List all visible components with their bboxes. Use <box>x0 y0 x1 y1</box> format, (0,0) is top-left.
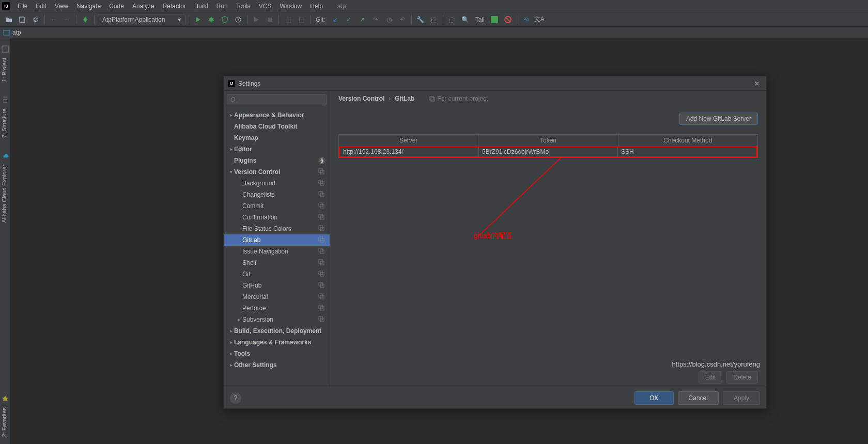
tree-node-background[interactable]: Background <box>224 178 330 189</box>
tree-node-alibaba-cloud-toolkit[interactable]: Alibaba Cloud Toolkit <box>224 121 330 132</box>
tool-icon[interactable]: ⟲ <box>520 14 532 25</box>
tab-alibaba-cloud[interactable]: Alibaba Cloud Explorer <box>0 162 8 226</box>
screenshot-icon[interactable]: ⬚ <box>446 14 458 25</box>
menu-refactor[interactable]: Refactor <box>159 3 190 10</box>
search-input[interactable] <box>230 96 323 103</box>
wrench-icon[interactable]: 🔧 <box>415 14 426 25</box>
menu-window[interactable]: Window <box>275 3 306 10</box>
search-icon[interactable]: 🔍 <box>460 14 471 25</box>
tree-node-changelists[interactable]: Changelists <box>224 189 330 200</box>
tab-favorites[interactable]: 2: Favorites <box>0 404 8 440</box>
tree-node-editor[interactable]: ▸Editor <box>224 144 330 155</box>
run-config-selector[interactable]: AtpPlatformApplication ▾ <box>98 14 185 25</box>
menu-build[interactable]: Build <box>190 3 212 10</box>
tree-node-git[interactable]: Git <box>224 268 330 280</box>
ok-button[interactable]: OK <box>634 391 673 405</box>
run-icon[interactable] <box>192 14 204 25</box>
separator <box>411 15 412 24</box>
menu-analyze[interactable]: Analyze <box>128 3 159 10</box>
open-icon[interactable] <box>3 14 14 25</box>
tool-icon[interactable]: ⬚ <box>282 14 293 25</box>
menu-view[interactable]: View <box>51 3 72 10</box>
dialog-footer: ? OK Cancel Apply <box>224 387 766 408</box>
tree-node-version-control[interactable]: ▾Version Control <box>224 166 330 178</box>
tree-node-tools[interactable]: ▸Tools <box>224 348 330 359</box>
nav-root[interactable]: atp <box>12 29 21 36</box>
menu-tools[interactable]: Tools <box>232 3 255 10</box>
forward-icon[interactable]: → <box>61 14 73 25</box>
tree-node-gitlab[interactable]: GitLab <box>224 234 330 246</box>
tree-node-other-settings[interactable]: ▸Other Settings <box>224 359 330 371</box>
tree-node-commit[interactable]: Commit <box>224 200 330 212</box>
tree-node-subversion[interactable]: ▸Subversion <box>224 314 330 325</box>
cloud-icon <box>2 152 9 160</box>
cell-checkout: SSH <box>618 147 756 156</box>
separator <box>517 15 517 24</box>
tree-label: Shelf <box>242 259 318 266</box>
tree-label: File Status Colors <box>242 225 318 232</box>
vcs-push-icon[interactable]: ↗ <box>357 14 368 25</box>
settings-search[interactable] <box>227 94 327 105</box>
structure-icon[interactable]: ⬚ <box>428 14 440 25</box>
separator <box>76 15 76 24</box>
tab-project[interactable]: 1: Project <box>0 55 8 85</box>
debug-icon[interactable] <box>206 14 217 25</box>
chevron-right-icon: ▸ <box>228 351 234 356</box>
stop-icon[interactable] <box>264 14 275 25</box>
menu-help[interactable]: Help <box>306 3 327 10</box>
tree-node-github[interactable]: GitHub <box>224 280 330 291</box>
dialog-titlebar: IJ Settings ✕ <box>224 76 766 91</box>
tree-node-mercurial[interactable]: Mercurial <box>224 291 330 303</box>
tree-label: Commit <box>242 202 318 210</box>
tree-node-confirmation[interactable]: Confirmation <box>224 212 330 223</box>
chevron-right-icon: › <box>389 95 391 102</box>
close-icon[interactable]: ✕ <box>752 78 762 89</box>
vcs-revert-icon[interactable]: ↶ <box>397 14 408 25</box>
settings-tree-panel: ▸Appearance & BehaviorAlibaba Cloud Tool… <box>224 91 330 387</box>
delete-button[interactable]: Delete <box>726 371 758 384</box>
menu-file[interactable]: File <box>13 3 32 10</box>
tree-node-plugins[interactable]: Plugins6 <box>224 155 330 166</box>
tree-node-issue-navigation[interactable]: Issue Navigation <box>224 246 330 257</box>
menu-vcs[interactable]: VCS <box>255 3 276 10</box>
structure-icon <box>2 96 9 103</box>
translate-icon[interactable]: 文A <box>534 14 545 25</box>
apply-button[interactable]: Apply <box>723 391 760 405</box>
project-scope-icon <box>318 316 326 323</box>
add-server-button[interactable]: Add New GitLab Server <box>679 113 758 125</box>
tool-icon[interactable]: ⬚ <box>296 14 307 25</box>
vcs-history-icon[interactable]: ↷ <box>370 14 381 25</box>
tree-node-file-status-colors[interactable]: File Status Colors <box>224 223 330 234</box>
tree-node-appearance-behavior[interactable]: ▸Appearance & Behavior <box>224 109 330 121</box>
cancel-button[interactable]: Cancel <box>678 391 719 405</box>
profile-icon[interactable] <box>233 14 244 25</box>
vcs-update-icon[interactable]: ↙ <box>330 14 341 25</box>
tree-node-shelf[interactable]: Shelf <box>224 257 330 268</box>
back-icon[interactable]: ← <box>48 14 59 25</box>
watermark: https://blog.csdn.net/yprufeng <box>672 360 760 368</box>
settings-tree[interactable]: ▸Appearance & BehaviorAlibaba Cloud Tool… <box>224 108 330 387</box>
tree-node-languages-frameworks[interactable]: ▸Languages & Frameworks <box>224 337 330 348</box>
settings-dialog: IJ Settings ✕ ▸Appearance & BehaviorAlib… <box>223 76 767 409</box>
menu-edit[interactable]: Edit <box>32 3 51 10</box>
tree-node-keymap[interactable]: Keymap <box>224 132 330 144</box>
vcs-clock-icon[interactable]: ◷ <box>383 14 395 25</box>
tree-node-perforce[interactable]: Perforce <box>224 303 330 314</box>
menu-navigate[interactable]: Navigate <box>72 3 105 10</box>
menu-run[interactable]: Run <box>212 3 232 10</box>
vcs-commit-icon[interactable]: ✓ <box>343 14 354 25</box>
save-icon[interactable] <box>17 14 28 25</box>
project-scope-icon <box>318 282 326 289</box>
annotation-text: gitlab的配置 <box>474 231 513 241</box>
tree-node-build-execution-deployment[interactable]: ▸Build, Execution, Deployment <box>224 325 330 337</box>
coverage-icon[interactable] <box>219 14 230 25</box>
table-row[interactable]: http://192.168.23.134/ 5BrZ91icDz6objrWr… <box>339 146 757 157</box>
tail-on-icon[interactable] <box>489 14 500 25</box>
help-button[interactable]: ? <box>230 392 241 404</box>
edit-button[interactable]: Edit <box>699 371 723 384</box>
build-icon[interactable] <box>80 14 91 25</box>
menu-code[interactable]: Code <box>105 3 128 10</box>
sync-icon[interactable] <box>30 14 41 25</box>
tab-structure[interactable]: 7: Structure <box>0 105 8 141</box>
tail-off-icon[interactable] <box>502 14 514 25</box>
